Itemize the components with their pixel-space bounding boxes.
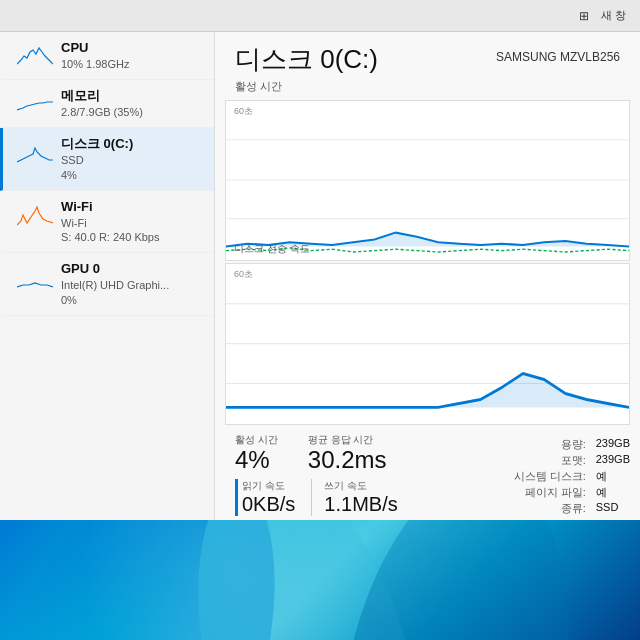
gpu-info: GPU 0 Intel(R) UHD Graphi... 0% — [61, 261, 204, 306]
sidebar-item-wifi[interactable]: Wi-Fi Wi-Fi S: 40.0 R: 240 Kbps — [0, 191, 214, 253]
sidebar-item-disk[interactable]: 디스크 0(C:) SSD 4% — [0, 128, 214, 190]
sidebar: CPU 10% 1.98GHz 메모리 2.8/7.9GB (35%) — [0, 32, 215, 520]
memory-sparkline — [17, 90, 53, 118]
rw-row: 읽기 속도 0KB/s 쓰기 속도 1.1MB/s — [235, 479, 398, 516]
activity-time-label: 60초 — [234, 105, 253, 118]
memory-subtitle: 2.8/7.9GB (35%) — [61, 105, 204, 119]
write-speed-label: 쓰기 속도 — [324, 479, 397, 493]
disk-sparkline — [17, 138, 53, 166]
avg-response-label: 평균 응답 시간 — [308, 433, 387, 447]
wifi-sparkline — [17, 201, 53, 229]
cpu-sparkline — [17, 42, 53, 70]
disk-title: 디스크 0(C:) — [61, 136, 204, 153]
gpu-subtitle1: Intel(R) UHD Graphi... — [61, 278, 204, 292]
read-speed-value: 0KB/s — [242, 493, 295, 516]
formatted-label: 포맷: — [514, 453, 586, 468]
main-stats-row: 활성 시간 4% 평균 응답 시간 30.2ms — [235, 433, 398, 473]
write-speed-block: 쓰기 속도 1.1MB/s — [312, 479, 397, 516]
panel-brand: SAMSUNG MZVLB256 — [496, 50, 620, 64]
wifi-subtitle2: S: 40.0 R: 240 Kbps — [61, 230, 204, 244]
gpu-sparkline — [17, 263, 53, 291]
capacity-value: 239GB — [596, 437, 630, 452]
disk-transfer-label: 디스크 전송 속도 — [234, 242, 310, 256]
cpu-subtitle: 10% 1.98GHz — [61, 57, 204, 71]
activity-chart-svg — [226, 101, 629, 260]
activity-stat: 활성 시간 4% — [235, 433, 278, 473]
panel-activity-label: 활성 시간 — [235, 79, 378, 94]
type-label: 종류: — [514, 501, 586, 516]
memory-info: 메모리 2.8/7.9GB (35%) — [61, 88, 204, 119]
disk-subtitle-pct: 4% — [61, 168, 204, 182]
taskmanager-window: ⊞ 새 창 CPU 10% 1.98GHz 메 — [0, 0, 640, 520]
wifi-subtitle1: Wi-Fi — [61, 216, 204, 230]
main-content: CPU 10% 1.98GHz 메모리 2.8/7.9GB (35%) — [0, 32, 640, 520]
title-bar: ⊞ 새 창 — [0, 0, 640, 32]
new-window-button[interactable]: 새 창 — [595, 6, 632, 25]
type-value: SSD — [596, 501, 630, 516]
panel-header: 디스크 0(C:) 활성 시간 SAMSUNG MZVLB256 — [215, 32, 640, 100]
disk-transfer-chart: 60초 — [225, 263, 630, 424]
avg-response-value: 30.2ms — [308, 447, 387, 473]
memory-title: 메모리 — [61, 88, 204, 105]
read-speed-label: 읽기 속도 — [242, 479, 295, 493]
activity-stat-label: 활성 시간 — [235, 433, 278, 447]
panel-title-block: 디스크 0(C:) 활성 시간 — [235, 42, 378, 94]
write-speed-value: 1.1MB/s — [324, 493, 397, 516]
avg-response-stat: 평균 응답 시간 30.2ms — [308, 433, 387, 473]
cpu-title: CPU — [61, 40, 204, 57]
disk-activity-chart: 60초 디스크 전송 속도 — [225, 100, 630, 261]
stats-section: 활성 시간 4% 평균 응답 시간 30.2ms 읽기 속도 0KB/s — [215, 429, 640, 520]
wifi-info: Wi-Fi Wi-Fi S: 40.0 R: 240 Kbps — [61, 199, 204, 244]
taskmanager-icon: ⊞ — [579, 9, 589, 23]
gpu-title: GPU 0 — [61, 261, 204, 278]
read-speed-block: 읽기 속도 0KB/s — [242, 479, 312, 516]
page-file-value: 예 — [596, 485, 630, 500]
gpu-subtitle2: 0% — [61, 293, 204, 307]
side-stats: 용량: 239GB 포맷: 239GB 시스템 디스크: 예 페이지 파일: 예… — [514, 437, 630, 516]
disk-subtitle-ssd: SSD — [61, 153, 204, 167]
transfer-time-label: 60초 — [234, 268, 253, 281]
wifi-title: Wi-Fi — [61, 199, 204, 216]
sidebar-item-memory[interactable]: 메모리 2.8/7.9GB (35%) — [0, 80, 214, 128]
disk-info: 디스크 0(C:) SSD 4% — [61, 136, 204, 181]
capacity-label: 용량: — [514, 437, 586, 452]
system-disk-label: 시스템 디스크: — [514, 469, 586, 484]
sidebar-item-cpu[interactable]: CPU 10% 1.98GHz — [0, 32, 214, 80]
page-file-label: 페이지 파일: — [514, 485, 586, 500]
wallpaper — [0, 520, 640, 640]
right-panel: 디스크 0(C:) 활성 시간 SAMSUNG MZVLB256 60초 — [215, 32, 640, 520]
activity-stat-value: 4% — [235, 447, 278, 473]
cpu-info: CPU 10% 1.98GHz — [61, 40, 204, 71]
sidebar-item-gpu[interactable]: GPU 0 Intel(R) UHD Graphi... 0% — [0, 253, 214, 315]
formatted-value: 239GB — [596, 453, 630, 468]
left-stats: 활성 시간 4% 평균 응답 시간 30.2ms 읽기 속도 0KB/s — [235, 433, 398, 516]
panel-title: 디스크 0(C:) — [235, 42, 378, 77]
transfer-chart-svg — [226, 264, 629, 423]
system-disk-value: 예 — [596, 469, 630, 484]
